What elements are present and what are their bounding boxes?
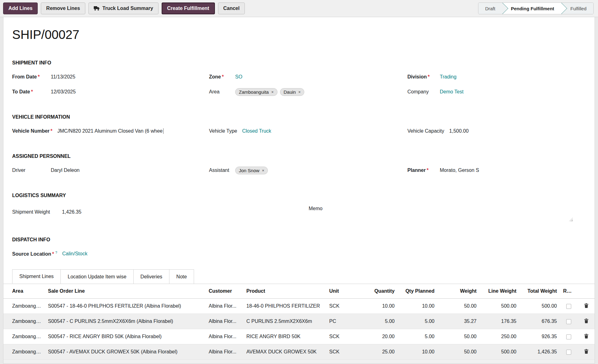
tab-note[interactable]: Note bbox=[169, 269, 194, 284]
vehicle-capacity-value[interactable]: 1,500.00 bbox=[449, 128, 468, 134]
status-step-draft[interactable]: Draft bbox=[478, 3, 502, 14]
cell-sale-order-line[interactable]: S00547 - C PURLINS 2.5mmX2X6X6m (Albina … bbox=[45, 314, 206, 329]
cell-qty-planned[interactable]: 5.00 bbox=[398, 314, 438, 329]
help-icon[interactable]: ? bbox=[55, 251, 57, 254]
field-shipment-weight: Shipment Weight 1,426.35 bbox=[12, 202, 309, 222]
from-date-value[interactable]: 11/13/2025 bbox=[51, 74, 75, 80]
tab-deliveries[interactable]: Deliveries bbox=[133, 269, 169, 284]
cell-weight[interactable]: 50.00 bbox=[438, 344, 480, 360]
rev-checkbox[interactable] bbox=[566, 319, 571, 324]
cell-unit[interactable]: PC bbox=[326, 314, 360, 329]
required-asterisk: * bbox=[427, 168, 429, 173]
shipment-weight-label: Shipment Weight bbox=[12, 209, 50, 215]
section-logistics-summary: LOGISTICS SUMMARY Shipment Weight 1,426.… bbox=[12, 193, 586, 222]
cell-unit[interactable]: SCK bbox=[326, 344, 360, 360]
tab-shipment-lines[interactable]: Shipment Lines bbox=[12, 269, 61, 284]
delete-row-button[interactable] bbox=[584, 348, 589, 355]
toolbar: Add Lines Remove Lines Truck Load Summar… bbox=[0, 0, 598, 17]
remove-lines-button[interactable]: Remove Lines bbox=[41, 2, 85, 14]
field-assistant: Assistant Jon Snow× bbox=[209, 163, 407, 178]
cell-qty-planned[interactable]: 5.00 bbox=[398, 329, 438, 344]
cell-total-weight[interactable]: 676.35 bbox=[520, 314, 560, 329]
source-location-value[interactable]: Calin/Stock bbox=[62, 251, 88, 257]
delete-row-button[interactable] bbox=[584, 318, 589, 325]
planner-label: Planner bbox=[407, 168, 426, 173]
cell-quantity[interactable]: 25.00 bbox=[360, 344, 398, 360]
truck-load-summary-button[interactable]: Truck Load Summary bbox=[88, 2, 159, 14]
vehicle-number-input[interactable]: JMC/N820 2021 Aluminum Closed Van (6 whe… bbox=[57, 128, 164, 134]
status-step-pending-fulfillment[interactable]: Pending Fulfillment bbox=[502, 3, 561, 14]
field-company: Company Demo Test bbox=[407, 84, 586, 99]
tag-remove-icon[interactable]: × bbox=[271, 90, 274, 94]
rev-checkbox[interactable] bbox=[566, 334, 571, 339]
delete-row-button[interactable] bbox=[584, 333, 589, 340]
company-value[interactable]: Demo Test bbox=[440, 89, 463, 95]
rev-checkbox[interactable] bbox=[566, 304, 571, 309]
cell-weight[interactable]: 35.27 bbox=[438, 314, 480, 329]
cell-weight[interactable]: 50.00 bbox=[438, 329, 480, 344]
cell-quantity[interactable]: 10.00 bbox=[360, 299, 398, 314]
to-date-value[interactable]: 12/03/2025 bbox=[51, 89, 76, 95]
field-memo: Memo bbox=[309, 202, 586, 222]
cell-customer[interactable]: Albina Flor... bbox=[206, 329, 243, 344]
cell-product[interactable]: AVEMAX DUCK GROWEX 50K bbox=[243, 344, 326, 360]
cell-total-weight[interactable]: 500.00 bbox=[520, 299, 560, 314]
table-row: Zamboanguita S00547 - 18-46-0 PHILPHOS F… bbox=[3, 299, 595, 314]
cell-product[interactable]: 18-46-0 PHILPHOS FERTILIZER bbox=[243, 299, 326, 314]
rev-checkbox[interactable] bbox=[566, 350, 571, 355]
planner-value[interactable]: Morato, Gerson S bbox=[440, 168, 479, 173]
cell-line-weight[interactable]: 176.35 bbox=[480, 314, 520, 329]
cell-line-weight[interactable]: 250.00 bbox=[480, 329, 520, 344]
vehicle-type-value[interactable]: Closed Truck bbox=[242, 128, 271, 134]
cell-unit[interactable]: SCK bbox=[326, 329, 360, 344]
tag-remove-icon[interactable]: × bbox=[262, 168, 264, 173]
cell-total-weight[interactable]: 1,426.35 bbox=[520, 344, 560, 360]
section-title-dispatch-info: DISPATCH INFO bbox=[12, 237, 586, 243]
cell-customer[interactable]: Albina Flor... bbox=[206, 314, 243, 329]
cell-sale-order-line[interactable]: S00547 - 18-46-0 PHILPHOS FERTILIZER (Al… bbox=[45, 299, 206, 314]
assistant-label: Assistant bbox=[209, 168, 229, 173]
cell-qty-planned[interactable]: 10.00 bbox=[398, 299, 438, 314]
cell-delete bbox=[577, 314, 595, 329]
cell-sale-order-line[interactable]: S00547 - RICE ANGRY BIRD 50K (Albina Flo… bbox=[45, 329, 206, 344]
cell-unit[interactable]: SCK bbox=[326, 299, 360, 314]
area-tag-zamboanguita[interactable]: Zamboanguita× bbox=[235, 88, 278, 96]
cell-total-weight[interactable]: 926.35 bbox=[520, 329, 560, 344]
truck-icon bbox=[94, 6, 100, 11]
cell-quantity[interactable]: 5.00 bbox=[360, 314, 398, 329]
col-header-actions bbox=[577, 284, 595, 299]
cell-line-weight[interactable]: 500.00 bbox=[480, 344, 520, 360]
cell-product[interactable]: RICE ANGRY BIRD 50K bbox=[243, 329, 326, 344]
cell-area[interactable]: Zamboanguita bbox=[3, 314, 45, 329]
zone-value[interactable]: SO bbox=[235, 74, 242, 80]
division-value[interactable]: Trading bbox=[440, 74, 457, 80]
field-area: Area Zamboanguita× Dauin× bbox=[209, 84, 407, 99]
driver-value[interactable]: Daryl Deleon bbox=[51, 168, 79, 173]
cell-customer[interactable]: Albina Flor... bbox=[206, 344, 243, 360]
cell-weight[interactable]: 50.00 bbox=[438, 299, 480, 314]
section-shipment-info: SHIPMENT INFO From Date* 11/13/2025 Zone… bbox=[12, 60, 586, 99]
cell-customer[interactable]: Albina Flor... bbox=[206, 299, 243, 314]
area-tag-dauin[interactable]: Dauin× bbox=[280, 88, 305, 96]
cell-qty-planned[interactable]: 10.00 bbox=[398, 344, 438, 360]
tab-location-update-item-wise[interactable]: Location Update Item wise bbox=[60, 269, 134, 284]
cell-product[interactable]: C PURLINS 2.5mmX2X6X6m bbox=[243, 314, 326, 329]
cell-area[interactable]: Zamboanguita bbox=[3, 299, 45, 314]
col-header-line-weight: Line Weight bbox=[480, 284, 520, 299]
area-label: Area bbox=[209, 89, 220, 94]
cell-sale-order-line[interactable]: S00547 - AVEMAX DUCK GROWEX 50K (Albina … bbox=[45, 344, 206, 360]
create-fulfillment-button[interactable]: Create Fulfillment bbox=[162, 2, 215, 14]
field-driver: Driver Daryl Deleon bbox=[12, 163, 209, 178]
field-vehicle-type: Vehicle Type Closed Truck bbox=[209, 124, 407, 139]
assistant-tag-jon-snow[interactable]: Jon Snow× bbox=[235, 167, 268, 174]
delete-row-button[interactable] bbox=[584, 303, 589, 310]
cell-area[interactable]: Zamboanguita bbox=[3, 344, 45, 360]
cell-area[interactable]: Zamboanguita bbox=[3, 329, 45, 344]
add-lines-button[interactable]: Add Lines bbox=[3, 2, 38, 14]
tag-remove-icon[interactable]: × bbox=[298, 90, 301, 94]
cell-quantity[interactable]: 20.00 bbox=[360, 329, 398, 344]
cell-line-weight[interactable]: 500.00 bbox=[480, 299, 520, 314]
memo-textarea[interactable] bbox=[327, 202, 573, 222]
field-from-date: From Date* 11/13/2025 bbox=[12, 69, 209, 84]
cancel-button[interactable]: Cancel bbox=[218, 2, 245, 14]
